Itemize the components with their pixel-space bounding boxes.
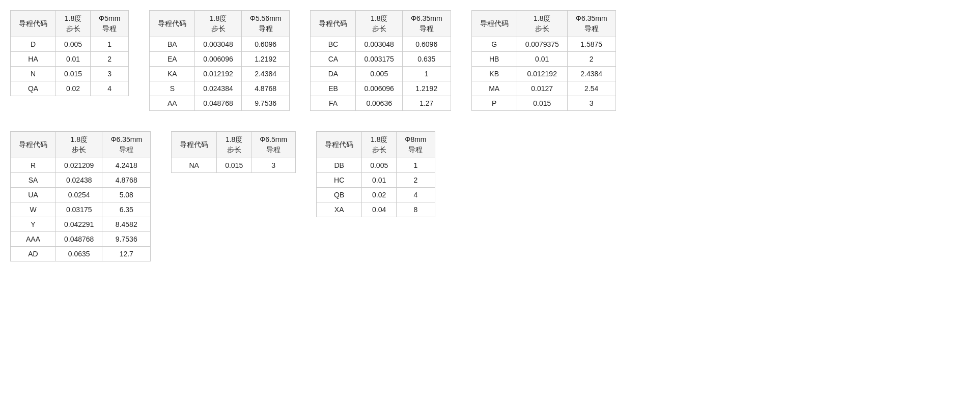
table-cell: 8.4582 <box>102 217 151 232</box>
table-cell: BA <box>150 37 195 52</box>
column-header: 1.8度步长 <box>362 132 397 158</box>
table-row: MA0.01272.54 <box>471 81 615 96</box>
table-cell: 4.2418 <box>102 158 151 173</box>
table-row: EB0.0060961.2192 <box>311 81 451 96</box>
table-cell: 0.012192 <box>195 67 241 81</box>
table-cell: W <box>11 202 56 217</box>
table-cell: 0.6096 <box>402 37 451 52</box>
table-cell: D <box>11 37 56 52</box>
table-cell: 0.015 <box>517 96 567 111</box>
table-cell: 2 <box>397 173 435 188</box>
column-header: Φ5.56mm导程 <box>241 11 290 37</box>
column-header: 导程代码 <box>11 11 56 37</box>
table-cell: 1.2192 <box>402 81 451 96</box>
table-cell: 0.01 <box>362 173 397 188</box>
table-cell: G <box>471 37 517 52</box>
table-cell: BC <box>311 37 356 52</box>
table-row: HB0.012 <box>471 52 615 67</box>
table-cell: 3 <box>91 67 129 81</box>
table-cell: 0.635 <box>402 52 451 67</box>
table-cell: 0.01 <box>56 52 91 67</box>
column-header: 1.8度步长 <box>356 11 402 37</box>
table-row: FA0.006361.27 <box>311 96 451 111</box>
table-cell: 3 <box>567 96 615 111</box>
table-cell: 1.27 <box>402 96 451 111</box>
table-phi635mm-right: 导程代码1.8度步长Φ6.35mm导程G0.00793751.5875HB0.0… <box>471 10 616 111</box>
table-cell: 0.02 <box>362 188 397 202</box>
table-cell: HB <box>471 52 517 67</box>
section1-row: 导程代码1.8度步长Φ5mm导程D0.0051HA0.012N0.0153QA0… <box>10 10 970 111</box>
table-cell: DA <box>311 67 356 81</box>
table-cell: 1 <box>402 67 451 81</box>
column-header: Φ8mm导程 <box>397 132 435 158</box>
table-phi635mm-top: 导程代码1.8度步长Φ6.35mm导程BC0.0030480.6096CA0.0… <box>310 10 451 111</box>
table-cell: 0.0635 <box>56 247 102 261</box>
column-header: 导程代码 <box>471 11 517 37</box>
table-cell: 0.015 <box>56 67 91 81</box>
table-cell: 0.005 <box>356 67 402 81</box>
table-cell: 0.003048 <box>356 37 402 52</box>
table-cell: NA <box>172 158 217 173</box>
table-cell: 1 <box>397 158 435 173</box>
table-cell: R <box>11 158 56 173</box>
table-cell: DB <box>317 158 362 173</box>
column-header: 1.8度步长 <box>217 132 251 158</box>
table-cell: 2.4384 <box>241 67 290 81</box>
column-header: 导程代码 <box>11 132 56 158</box>
table-cell: AA <box>150 96 195 111</box>
table-row: NA0.0153 <box>172 158 296 173</box>
table-cell: SA <box>11 173 56 188</box>
column-header: Φ5mm导程 <box>91 11 129 37</box>
table-row: CA0.0031750.635 <box>311 52 451 67</box>
table-cell: N <box>11 67 56 81</box>
table-cell: CA <box>311 52 356 67</box>
column-header: Φ6.35mm导程 <box>102 132 151 158</box>
table-row: P0.0153 <box>471 96 615 111</box>
table-row: N0.0153 <box>11 67 129 81</box>
table-row: AA0.0487689.7536 <box>150 96 290 111</box>
table-phi635mm-bottom: 导程代码1.8度步长Φ6.35mm导程R0.0212094.2418SA0.02… <box>10 131 151 261</box>
column-header: 1.8度步长 <box>56 11 91 37</box>
table-cell: 0.048768 <box>56 232 102 247</box>
table-row: D0.0051 <box>11 37 129 52</box>
table-cell: 2.54 <box>567 81 615 96</box>
column-header: Φ6.35mm导程 <box>402 11 451 37</box>
table-cell: QA <box>11 81 56 96</box>
table-cell: 0.02 <box>56 81 91 96</box>
table-row: BA0.0030480.6096 <box>150 37 290 52</box>
table-row: HC0.012 <box>317 173 435 188</box>
table-cell: 8 <box>397 202 435 217</box>
table-row: SA0.024384.8768 <box>11 173 151 188</box>
table-cell: S <box>150 81 195 96</box>
table-cell: 0.006096 <box>356 81 402 96</box>
column-header: 1.8度步长 <box>56 132 102 158</box>
table-cell: 0.0127 <box>517 81 567 96</box>
table-row: HA0.012 <box>11 52 129 67</box>
table-row: DB0.0051 <box>317 158 435 173</box>
table-cell: Y <box>11 217 56 232</box>
table-cell: 1.5875 <box>567 37 615 52</box>
column-header: 导程代码 <box>172 132 217 158</box>
table-row: W0.031756.35 <box>11 202 151 217</box>
column-header: Φ6.35mm导程 <box>567 11 615 37</box>
table-cell: UA <box>11 188 56 202</box>
table-phi556mm: 导程代码1.8度步长Φ5.56mm导程BA0.0030480.6096EA0.0… <box>149 10 290 111</box>
table-cell: KB <box>471 67 517 81</box>
table-row: G0.00793751.5875 <box>471 37 615 52</box>
table-cell: 0.0254 <box>56 188 102 202</box>
table-cell: 9.7536 <box>241 96 290 111</box>
table-cell: 0.005 <box>56 37 91 52</box>
table-phi65mm: 导程代码1.8度步长Φ6.5mm导程NA0.0153 <box>171 131 296 173</box>
table-cell: 0.024384 <box>195 81 241 96</box>
table-cell: XA <box>317 202 362 217</box>
column-header: 导程代码 <box>317 132 362 158</box>
table-cell: 0.015 <box>217 158 251 173</box>
table-row: XA0.048 <box>317 202 435 217</box>
table-cell: 0.03175 <box>56 202 102 217</box>
table-cell: 0.01 <box>517 52 567 67</box>
table-cell: 0.021209 <box>56 158 102 173</box>
table-cell: 0.005 <box>362 158 397 173</box>
table-cell: AAA <box>11 232 56 247</box>
table-cell: 2.4384 <box>567 67 615 81</box>
table-row: KB0.0121922.4384 <box>471 67 615 81</box>
